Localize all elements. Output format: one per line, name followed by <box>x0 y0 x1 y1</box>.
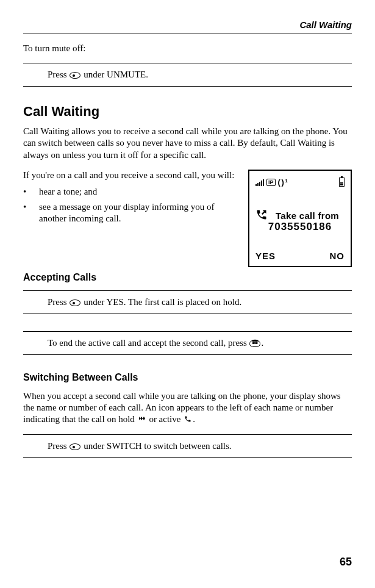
list-item: •see a message on your display informing… <box>23 201 237 224</box>
instruction-text: under UNMUTE. <box>81 70 148 79</box>
section-heading-call-waiting: Call Waiting <box>23 104 352 120</box>
instruction-text: Press <box>48 297 69 307</box>
incoming-call-block: Take call from 7035550186 <box>255 205 345 233</box>
running-head: Call Waiting <box>23 20 352 30</box>
bullet-list: •hear a tone; and •see a message on your… <box>23 186 237 225</box>
hold-icon <box>138 414 146 426</box>
instruction-text: To end the active call and accept the se… <box>48 338 249 348</box>
ip-icon: iP <box>266 179 276 186</box>
signal-icon <box>255 179 264 186</box>
incoming-call-icon <box>255 209 268 223</box>
handset-key-icon <box>249 340 260 347</box>
softkey-yes: YES <box>255 251 276 261</box>
take-call-text: Take call from <box>270 211 345 221</box>
oval-key-icon <box>70 443 80 450</box>
softkey-row: YES NO <box>255 251 345 261</box>
active-call-icon <box>184 414 192 426</box>
instruction-box-end-accept: To end the active call and accept the se… <box>23 331 352 355</box>
softkey-no: NO <box>330 251 345 261</box>
list-item-text: hear a tone; and <box>39 186 97 198</box>
oval-key-icon <box>70 299 80 306</box>
line-indicator-icon: ( ) ¹ <box>278 177 287 187</box>
instruction-text: under SWITCH to switch between calls. <box>81 441 231 451</box>
header-rule <box>23 34 352 34</box>
switching-text: or active <box>147 414 184 424</box>
incoming-number: 7035550186 <box>255 221 345 233</box>
instruction-text: under YES. The first call is placed on h… <box>81 297 241 307</box>
instruction-text: . <box>261 338 263 348</box>
instruction-box-unmute: Press under UNMUTE. <box>23 63 352 87</box>
second-call-column: If you're on a call and you receive a se… <box>23 170 237 267</box>
oval-key-icon <box>70 72 80 79</box>
section-heading-accepting: Accepting Calls <box>23 272 352 283</box>
phone-screen-mockup: iP ( ) ¹ Take call from 7035550186 YES N… <box>248 170 352 267</box>
battery-icon <box>339 177 345 187</box>
instruction-box-switch: Press under SWITCH to switch between cal… <box>23 434 352 458</box>
instruction-box-accept: Press under YES. The first call is place… <box>23 290 352 314</box>
instruction-text: Press <box>48 70 69 79</box>
call-waiting-description: Call Waiting allows you to receive a sec… <box>23 126 352 161</box>
bullet-icon: • <box>23 201 39 224</box>
text-and-screen-row: If you're on a call and you receive a se… <box>23 170 352 267</box>
instruction-text: Press <box>48 441 69 451</box>
switching-text: . <box>193 414 195 424</box>
list-item: •hear a tone; and <box>23 186 237 198</box>
second-call-intro: If you're on a call and you receive a se… <box>23 170 237 181</box>
section-heading-switching: Switching Between Calls <box>23 372 352 383</box>
page-number: 65 <box>340 556 352 568</box>
list-item-text: see a message on your display informing … <box>39 201 237 224</box>
switching-description: When you accept a second call while you … <box>23 390 352 426</box>
intro-text: To turn mute off: <box>23 43 352 54</box>
status-bar: iP ( ) ¹ <box>255 177 345 188</box>
bullet-icon: • <box>23 186 39 198</box>
status-left-group: iP ( ) ¹ <box>255 177 287 187</box>
